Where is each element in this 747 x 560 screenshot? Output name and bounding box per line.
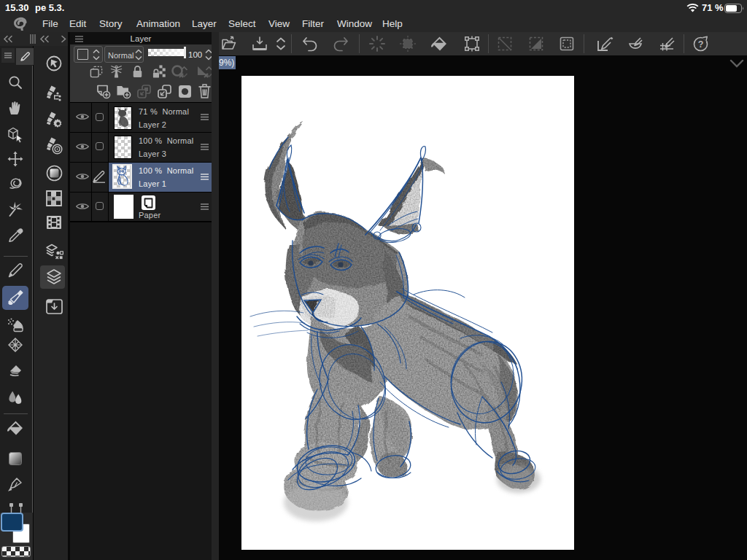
svg-text:?: ? bbox=[698, 39, 704, 50]
